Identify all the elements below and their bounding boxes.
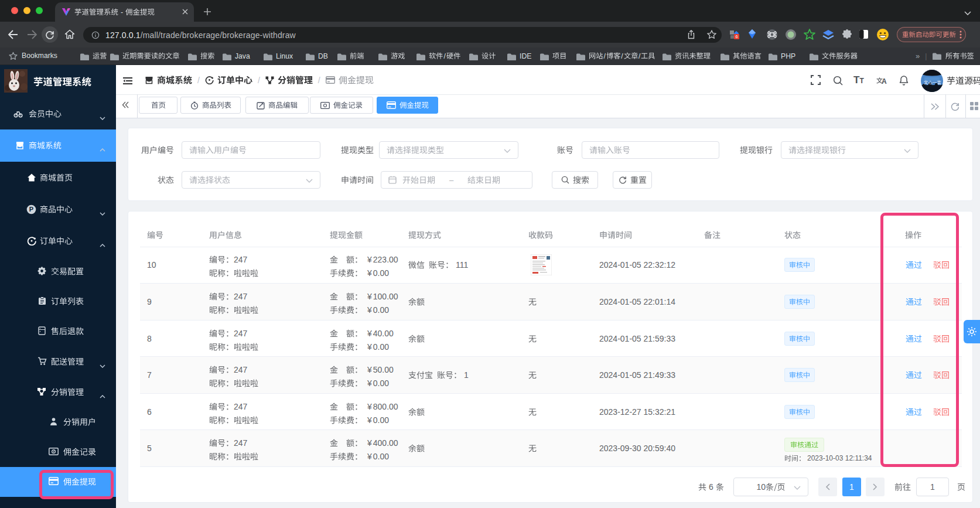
- svg-text:6: 6: [735, 34, 737, 39]
- svg-text:P: P: [29, 206, 33, 213]
